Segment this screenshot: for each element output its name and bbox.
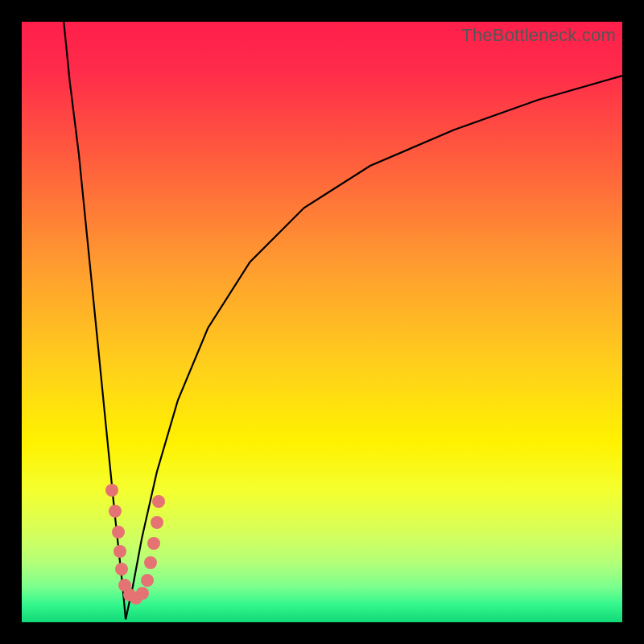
marker-dot — [109, 505, 122, 518]
marker-dot — [144, 556, 157, 569]
marker-dot — [151, 516, 163, 529]
marker-dot — [152, 495, 165, 508]
marker-dot — [114, 545, 126, 558]
marker-dot — [105, 484, 118, 497]
outer-frame: TheBottleneck.com — [0, 0, 644, 644]
marker-dot — [115, 563, 128, 576]
marker-dot — [136, 587, 149, 600]
marker-dot — [141, 574, 154, 587]
marker-dot — [147, 537, 160, 550]
plot-area: TheBottleneck.com — [22, 22, 622, 622]
curve-right-branch — [126, 76, 622, 619]
marker-dot — [112, 526, 125, 539]
